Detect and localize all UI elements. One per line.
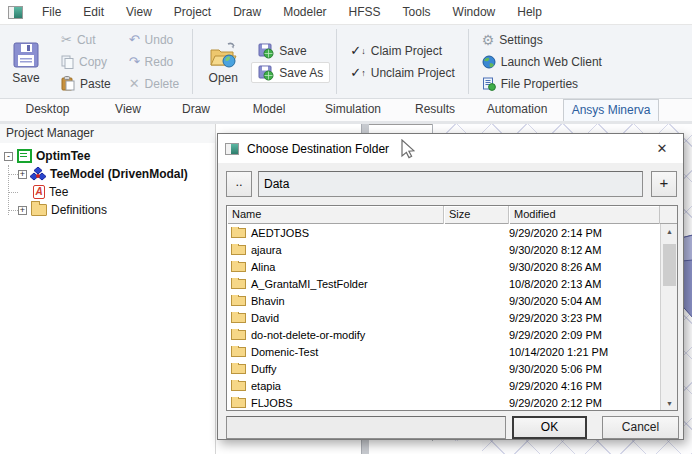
list-item[interactable]: AEDTJOBS 9/29/2020 2:14 PM — [227, 224, 660, 241]
column-header-size[interactable]: Size — [444, 206, 509, 224]
globe-icon — [482, 55, 496, 69]
menu-project[interactable]: Project — [163, 0, 222, 25]
tab-view[interactable]: View — [95, 99, 161, 121]
menu-view[interactable]: View — [115, 0, 163, 25]
folder-icon — [231, 245, 246, 255]
scroll-down-icon[interactable]: ▼ — [661, 396, 678, 411]
expand-expander-icon[interactable]: + — [18, 206, 27, 215]
choose-destination-folder-dialog: Choose Destination Folder ✕ .. + Name Si… — [217, 133, 684, 440]
parent-folder-button[interactable]: .. — [226, 171, 252, 197]
tree-item-label: Tee — [49, 185, 68, 199]
claim-project-button[interactable]: ✓↓ Claim Project — [343, 40, 461, 61]
undo-button[interactable]: ↶ Undo — [122, 29, 187, 50]
list-item[interactable]: ajaura 9/30/2020 8:12 AM — [227, 241, 660, 258]
delete-button[interactable]: ✕ Delete — [122, 73, 187, 94]
list-item[interactable]: Bhavin 9/30/2020 5:04 AM — [227, 292, 660, 309]
tree-item-design[interactable]: + TeeModel (DrivenModal) — [0, 165, 215, 183]
menu-tools[interactable]: Tools — [392, 0, 442, 25]
folder-icon — [231, 262, 246, 272]
cancel-button[interactable]: Cancel — [602, 416, 679, 439]
dialog-title: Choose Destination Folder — [247, 142, 389, 156]
undo-icon: ↶ — [129, 33, 140, 46]
list-item[interactable]: Duffy 9/30/2020 5:06 PM — [227, 360, 660, 377]
folder-icon — [31, 204, 47, 216]
save-small-button[interactable]: Save — [251, 40, 330, 61]
open-button[interactable]: Open — [197, 25, 249, 98]
folder-icon — [231, 228, 246, 238]
cut-button[interactable]: ✂ Cut — [54, 29, 118, 50]
save-as-button[interactable]: Save As — [251, 62, 330, 83]
minerva-tools-group: ⚙ Settings Launch Web Client — [473, 25, 611, 98]
save-button[interactable]: Save — [0, 25, 52, 98]
menu-draw[interactable]: Draw — [222, 0, 272, 25]
add-folder-button[interactable]: + — [651, 171, 677, 197]
save-globe-icon — [258, 43, 274, 59]
tab-draw[interactable]: Draw — [161, 99, 231, 121]
undo-label: Undo — [145, 33, 174, 47]
menu-file[interactable]: File — [31, 0, 72, 25]
project-manager-panel: Project Manager - OptimTee + — [0, 124, 216, 454]
list-scrollbar[interactable]: ▲ ▼ — [660, 224, 677, 411]
tree-item-project-root[interactable]: - OptimTee — [0, 147, 215, 165]
launch-web-client-button[interactable]: Launch Web Client — [475, 51, 609, 72]
scroll-up-icon[interactable]: ▲ — [661, 224, 678, 240]
copy-button[interactable]: Copy — [54, 51, 118, 72]
folder-name-input[interactable] — [226, 416, 506, 439]
save-floppy-icon — [12, 41, 40, 69]
gear-icon: ⚙ — [482, 33, 495, 47]
unclaim-project-button[interactable]: ✓↑ Unclaim Project — [343, 62, 461, 83]
column-header-modified[interactable]: Modified — [509, 206, 660, 224]
list-item[interactable]: A_GrantaMI_TestFolder 10/8/2020 2:13 AM — [227, 275, 660, 292]
list-item[interactable]: David 9/29/2020 3:23 PM — [227, 309, 660, 326]
claim-check-icon: ✓↓ — [350, 43, 365, 58]
menu-modeler[interactable]: Modeler — [272, 0, 337, 25]
ok-button[interactable]: OK — [512, 416, 587, 439]
claim-project-label: Claim Project — [371, 44, 442, 58]
folder-icon — [231, 313, 246, 323]
close-icon[interactable]: ✕ — [641, 134, 683, 163]
folder-icon — [231, 296, 246, 306]
tree-item-report[interactable]: A Tee — [0, 183, 215, 201]
unclaim-check-icon: ✓↑ — [350, 65, 365, 80]
menu-edit[interactable]: Edit — [72, 0, 115, 25]
redo-icon: ↷ — [129, 55, 140, 68]
mouse-cursor — [401, 139, 415, 159]
hfss-design-icon — [30, 167, 46, 182]
dialog-title-bar[interactable]: Choose Destination Folder ✕ — [218, 134, 683, 163]
expand-expander-icon[interactable]: + — [18, 170, 27, 179]
list-item[interactable]: Alina 9/30/2020 8:26 AM — [227, 258, 660, 275]
tab-results[interactable]: Results — [399, 99, 471, 121]
file-properties-button[interactable]: File Properties — [475, 73, 609, 94]
list-item[interactable]: do-not-delete-or-modify 9/29/2020 2:09 P… — [227, 326, 660, 343]
column-header-name[interactable]: Name — [227, 206, 444, 224]
folder-list: Name Size Modified AEDTJOBS 9/29/2020 2:… — [226, 205, 678, 411]
save-label: Save — [12, 71, 39, 85]
menu-window[interactable]: Window — [442, 0, 507, 25]
redo-button[interactable]: ↷ Redo — [122, 51, 187, 72]
tab-automation[interactable]: Automation — [471, 99, 563, 121]
destination-path-field[interactable] — [258, 171, 643, 197]
list-item[interactable]: Domenic-Test 10/14/2020 1:21 PM — [227, 343, 660, 360]
settings-button[interactable]: ⚙ Settings — [475, 29, 609, 50]
tree-item-label: OptimTee — [36, 149, 90, 163]
folder-rows: AEDTJOBS 9/29/2020 2:14 PM ajaura 9/30/2… — [227, 224, 660, 411]
folder-icon — [231, 398, 246, 408]
ribbon-separator — [468, 29, 469, 94]
tree-item-label: Definitions — [51, 203, 107, 217]
tab-ansys-minerva[interactable]: Ansys Minerva — [563, 99, 659, 121]
list-item[interactable]: FLJOBS 9/29/2020 2:12 PM — [227, 394, 660, 411]
collapse-expander-icon[interactable]: - — [4, 152, 13, 161]
scrollbar-thumb[interactable] — [663, 244, 676, 286]
tree-item-definitions[interactable]: + Definitions — [0, 201, 215, 219]
tab-model[interactable]: Model — [231, 99, 307, 121]
menu-help[interactable]: Help — [506, 0, 553, 25]
project-manager-title: Project Manager — [0, 124, 215, 143]
tab-simulation[interactable]: Simulation — [307, 99, 399, 121]
project-tree: - OptimTee + TeeModel (DrivenModa — [0, 143, 215, 219]
list-item[interactable]: etapia 9/29/2020 4:16 PM — [227, 377, 660, 394]
menu-hfss[interactable]: HFSS — [338, 0, 392, 25]
paste-button[interactable]: Paste — [54, 73, 118, 94]
save-small-label: Save — [279, 44, 306, 58]
folder-icon — [231, 364, 246, 374]
tab-desktop[interactable]: Desktop — [0, 99, 95, 121]
